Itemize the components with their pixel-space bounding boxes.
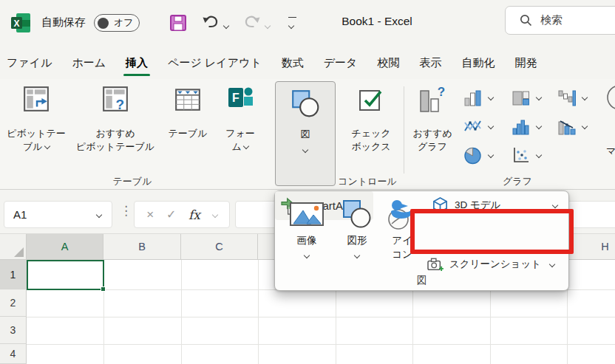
pictures-menu-button[interactable]: 画像 [285, 195, 328, 258]
svg-text:?: ? [438, 85, 445, 99]
checkbox-icon [356, 85, 386, 114]
redo-button [244, 15, 270, 32]
screenshot-label: スクリーンショット [449, 258, 541, 271]
recommended-charts-button[interactable]: ? おすすめ グラフ [407, 83, 458, 154]
insert-pie-chart-button[interactable] [463, 143, 493, 167]
pivot-table-chevron-icon [44, 143, 50, 149]
selected-cell-a1[interactable] [27, 260, 104, 290]
search-placeholder: 検索 [540, 13, 563, 27]
recommended-pivot-button[interactable]: ? おすすめ ピボットテーブル [72, 83, 158, 154]
insert-table-button[interactable]: テーブル [161, 83, 214, 140]
undo-button[interactable] [203, 15, 228, 32]
insert-combo-chart-button[interactable] [557, 114, 587, 138]
tab-home[interactable]: ホーム [72, 46, 106, 79]
insert-scatter-chart-button[interactable] [511, 143, 541, 167]
forms-label: フォー [225, 127, 255, 140]
annotation-highlight-rectangle [410, 209, 574, 254]
row-header-4[interactable]: 4 [0, 344, 27, 364]
shapes-label: 図形 [347, 233, 367, 247]
document-title: Book1 - Excel [303, 15, 451, 28]
tab-insert[interactable]: 挿入 [126, 46, 148, 79]
name-box[interactable]: A1 [4, 201, 112, 228]
autosave-toggle[interactable]: オフ [94, 14, 140, 32]
pie-chart-icon [463, 145, 483, 165]
row-header-3[interactable]: 3 [0, 317, 27, 344]
tab-view[interactable]: 表示 [419, 46, 441, 79]
column-chart-chevron-icon [488, 95, 494, 100]
tab-data[interactable]: データ [324, 46, 358, 79]
screenshot-menu-item[interactable]: スクリーンショット [427, 255, 559, 273]
forms-icon: F [227, 85, 254, 111]
forms-button[interactable]: F フォー ム [217, 83, 263, 154]
cancel-icon[interactable]: × [146, 207, 154, 222]
pictures-chevron-icon [304, 253, 310, 258]
row-header-2[interactable]: 2 [0, 289, 27, 317]
name-box-value: A1 [13, 208, 27, 221]
tab-review[interactable]: 校閲 [377, 46, 399, 79]
fill-handle[interactable] [101, 286, 106, 292]
checkbox-button[interactable]: チェック ボックス [340, 83, 402, 154]
svg-text:X: X [13, 18, 19, 29]
column-chart-icon [463, 88, 483, 108]
statistic-chart-chevron-icon [536, 123, 542, 129]
excel-logo-icon: X [10, 13, 31, 33]
column-header-c[interactable]: C [181, 234, 258, 260]
column-header-a[interactable]: A [27, 234, 103, 260]
column-header-h[interactable]: H [567, 234, 615, 260]
shapes-menu-button[interactable]: 図形 [336, 195, 378, 258]
autosave-label: 自動保存 [41, 16, 86, 30]
undo-menu-chevron-icon[interactable] [223, 23, 229, 29]
overflow-chevron-icon [288, 23, 294, 29]
tab-file[interactable]: ファイル [7, 46, 52, 79]
search-icon [520, 14, 532, 27]
enter-icon[interactable]: ✓ [166, 207, 176, 222]
row-header-1[interactable]: 1 [0, 260, 27, 289]
maps-icon[interactable] [602, 83, 615, 114]
illustrations-label: 図 [301, 128, 310, 141]
recommended-charts-icon: ? [418, 85, 447, 116]
gridline [27, 344, 615, 345]
gridline [181, 260, 182, 364]
svg-text:?: ? [116, 97, 125, 112]
recommended-charts-label: おすすめ [412, 127, 452, 140]
formula-bar-drag-dots[interactable]: ⋮ [120, 203, 132, 219]
combo-chart-icon [557, 117, 577, 137]
tab-automate[interactable]: 自動化 [461, 46, 495, 79]
name-box-chevron-icon[interactable] [96, 211, 102, 217]
pictures-icon [290, 202, 324, 226]
quick-access-overflow-button[interactable] [288, 17, 297, 32]
illustrations-menu-group-label: 図 [275, 274, 568, 287]
insert-line-chart-button[interactable] [463, 114, 493, 138]
select-all-triangle-icon [14, 247, 24, 257]
insert-hierarchy-chart-button[interactable] [511, 86, 541, 109]
insert-waterfall-chart-button[interactable] [557, 86, 587, 109]
insert-column-chart-button[interactable] [463, 86, 493, 109]
insert-statistic-chart-button[interactable] [511, 114, 541, 138]
insert-function-icon[interactable]: fx [188, 207, 200, 222]
shapes-chevron-icon [354, 253, 360, 258]
forms-chevron-icon [243, 143, 249, 149]
waterfall-chart-icon [557, 88, 577, 108]
redo-menu-chevron-icon [265, 23, 271, 29]
tab-formulas[interactable]: 数式 [282, 46, 304, 79]
illustrations-chevron-icon [302, 147, 308, 153]
recommended-pivot-label: おすすめ [76, 127, 154, 140]
illustrations-icon [290, 88, 321, 119]
tab-developer[interactable]: 開発 [514, 46, 537, 79]
scatter-chart-icon [511, 145, 531, 165]
excel-window: X 自動保存 オフ Book1 - Excel [0, 0, 615, 364]
icons-label: アイ [392, 233, 412, 247]
column-header-b[interactable]: B [103, 234, 181, 260]
select-all-corner[interactable] [0, 234, 27, 260]
search-box[interactable]: 検索 [505, 6, 615, 35]
checkbox-label: チェック [351, 127, 390, 140]
redo-icon [244, 15, 260, 30]
pivot-table-button[interactable]: ピボットテー ブル [3, 83, 69, 154]
maps-label-partial: マ [606, 145, 615, 158]
autosave-state: オフ [114, 16, 134, 30]
illustrations-button[interactable]: 図 [275, 81, 336, 186]
toggle-knob [98, 18, 109, 29]
fx-chevron-icon[interactable] [211, 211, 217, 217]
save-icon[interactable] [169, 14, 187, 32]
tab-page-layout[interactable]: ページ レイアウト [168, 46, 262, 79]
